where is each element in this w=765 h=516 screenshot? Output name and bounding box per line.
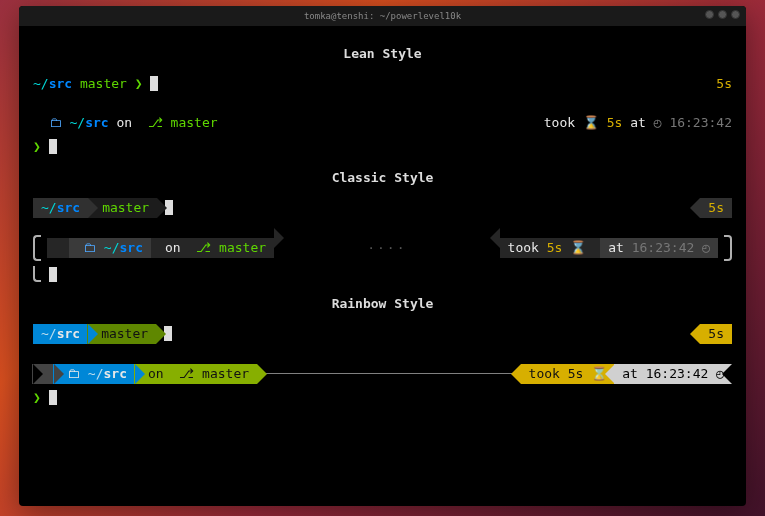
filler-dots: ···· [274,238,500,261]
path-tilde: ~/ [33,74,49,94]
cursor-icon [49,390,57,405]
hourglass-icon: ⌛ [583,113,599,133]
seg-path: 🗀 ~/src [53,364,135,384]
clock-icon: ◴ [654,113,662,133]
seg-os [47,238,69,258]
seg-took: took 5s ⌛ [521,364,616,384]
window-maximize-icon[interactable] [718,10,727,19]
path-dir: src [49,74,72,94]
duration: 5s [607,113,623,133]
branch-icon [148,113,163,133]
took-label: took [544,113,583,133]
window-buttons [705,10,740,19]
seg-time: at 16:23:42 ◴ [600,238,718,258]
cursor-icon [49,139,57,154]
prompt-symbol: ❯ [135,74,143,94]
seg-duration: 5s [700,198,732,218]
cursor-icon [150,76,158,91]
window-titlebar[interactable]: tomka@tenshi: ~/powerlevel10k [19,6,746,26]
seg-branch: on master [134,364,257,384]
rainbow-twoline-bottom: ❯ [33,388,732,408]
window-title: tomka@tenshi: ~/powerlevel10k [304,11,461,21]
folder-icon: 🗀 [49,113,62,133]
git-on: on [116,113,139,133]
path-tilde: ~/ [69,113,85,133]
time: 16:23:42 [669,113,732,133]
classic-twoline-bottom [33,265,732,285]
lean-twoline-bottom: ❯ [33,137,732,157]
at-label: at [630,113,653,133]
window-close-icon[interactable] [731,10,740,19]
path-dir: src [85,113,108,133]
terminal-body[interactable]: Lean Style ~/src master ❯ 5s 🗀 ~/src on [19,26,746,506]
prompt-symbol: ❯ [33,388,41,408]
seg-took: took 5s ⌛ [500,238,601,258]
git-branch: master [80,74,127,94]
section-heading-classic: Classic Style [33,168,732,188]
filler-line [257,373,521,374]
seg-duration: 5s [700,324,732,344]
seg-path: ~/src [33,198,88,218]
seg-path: ~/src [33,324,88,344]
section-heading-lean: Lean Style [33,44,732,64]
seg-branch: on master [151,238,274,258]
classic-twoline-top: 🗀 ~/src on master ···· took 5s ⌛ at 16:2… [33,238,732,261]
terminal-window: tomka@tenshi: ~/powerlevel10k Lean Style… [19,6,746,506]
prompt-symbol: ❯ [33,137,41,157]
right-bracket-icon [724,235,732,261]
window-minimize-icon[interactable] [705,10,714,19]
cursor-icon [49,267,57,282]
seg-branch: master [88,198,157,218]
lean-oneline-prompt: ~/src master ❯ 5s [33,74,732,94]
left-bracket-icon [33,235,41,261]
rainbow-oneline-prompt: ~/src master 5s [33,324,732,344]
right-duration: 5s [716,74,732,94]
left-bracket-lower-icon [33,266,41,282]
section-heading-rainbow: Rainbow Style [33,294,732,314]
seg-time: at 16:23:42 ◴ [614,364,732,384]
seg-path: 🗀 ~/src [69,238,151,258]
lean-twoline-top: 🗀 ~/src on master took ⌛ 5s at ◴ 16:23:4… [33,113,732,133]
rainbow-twoline-top: 🗀 ~/src on master took 5s ⌛ at 16:23:42 … [33,364,732,384]
classic-oneline-prompt: ~/src master 5s [33,198,732,218]
git-branch: master [171,113,218,133]
